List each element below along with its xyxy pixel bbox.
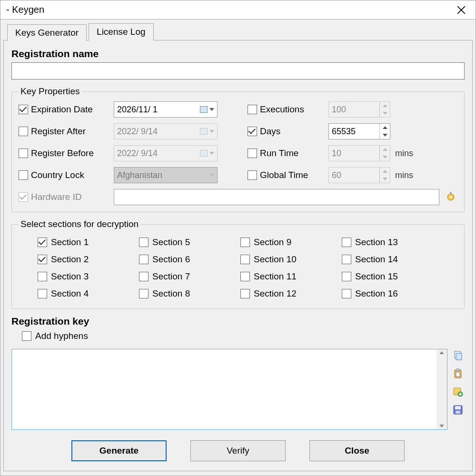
group-sections: Select sections for decryption Section 1… <box>11 219 465 309</box>
checkbox-register-before[interactable] <box>19 149 28 158</box>
close-button[interactable]: Close <box>309 440 405 461</box>
checkbox-section[interactable] <box>139 289 149 298</box>
checkbox-section[interactable] <box>139 238 149 247</box>
titlebar: - Keygen <box>0 0 476 20</box>
window: - Keygen Keys Generator License Log Regi… <box>0 0 476 476</box>
sections-legend: Select sections for decryption <box>19 219 140 229</box>
datepicker-expiration-date[interactable]: 2026/11/ 1 <box>114 101 218 118</box>
chevron-down-icon <box>209 108 214 111</box>
label-section: Section 1 <box>51 237 89 248</box>
footer: Generate Verify Close <box>11 432 465 463</box>
chevron-down-icon <box>209 174 214 177</box>
label-run-time: Run Time <box>260 148 298 159</box>
spinner-run-time[interactable]: 10 <box>328 145 390 161</box>
paste-button[interactable] <box>451 367 465 380</box>
checkbox-section[interactable] <box>342 272 351 281</box>
checkbox-add-hyphens[interactable] <box>22 331 31 341</box>
generate-button[interactable]: Generate <box>71 440 167 461</box>
datepicker-register-before: 2022/ 9/14 <box>114 145 218 161</box>
row-executions: Executions 100 <box>248 101 457 118</box>
section-item: Section 9 <box>240 237 337 248</box>
checkbox-hardware-id <box>19 192 28 202</box>
section-item: Section 13 <box>342 237 438 248</box>
hardware-id-tool-button[interactable] <box>444 190 457 204</box>
row-country-lock: Country Lock Afghanistan <box>19 167 228 183</box>
svg-rect-13 <box>459 394 462 395</box>
svg-rect-15 <box>455 406 461 409</box>
checkbox-section[interactable] <box>240 238 250 247</box>
label-section: Section 14 <box>355 254 398 265</box>
checkbox-country-lock[interactable] <box>19 170 28 180</box>
window-close-button[interactable] <box>451 3 472 17</box>
label-expiration-date: Expiration Date <box>31 104 93 115</box>
scrollbar[interactable] <box>436 349 447 429</box>
save-button[interactable] <box>451 403 465 416</box>
section-item: Section 14 <box>342 254 438 265</box>
checkbox-section[interactable] <box>38 238 47 247</box>
checkbox-section[interactable] <box>38 289 47 298</box>
save-icon <box>453 405 463 415</box>
input-hardware-id[interactable] <box>114 189 439 205</box>
label-section: Section 8 <box>152 288 190 299</box>
label-section: Section 10 <box>254 254 297 265</box>
label-section: Section 9 <box>254 237 291 248</box>
tab-keys-generator[interactable]: Keys Generator <box>7 24 87 41</box>
spinner-executions[interactable]: 100 <box>328 101 390 118</box>
window-title: - Keygen <box>4 4 44 15</box>
calendar-icon <box>200 106 208 113</box>
section-item: Section 10 <box>240 254 337 265</box>
calendar-icon <box>200 128 208 135</box>
checkbox-section[interactable] <box>240 255 250 264</box>
section-item: Section 1 <box>38 237 134 248</box>
verify-button[interactable]: Verify <box>190 440 286 461</box>
registration-key-heading: Registration key <box>11 316 465 327</box>
checkbox-section[interactable] <box>139 272 149 281</box>
checkbox-section[interactable] <box>38 255 47 264</box>
label-executions: Executions <box>260 104 304 115</box>
checkbox-run-time[interactable] <box>248 149 257 158</box>
row-expiration-date: Expiration Date 2026/11/ 1 <box>19 101 228 118</box>
label-section: Section 4 <box>51 288 89 299</box>
tabstrip: Keys Generator License Log <box>3 21 473 40</box>
svg-rect-16 <box>456 411 460 414</box>
checkbox-expiration-date[interactable] <box>19 105 28 114</box>
checkbox-section[interactable] <box>342 238 351 247</box>
registration-name-input[interactable] <box>11 62 465 79</box>
add-button[interactable] <box>451 385 465 398</box>
registration-key-textarea[interactable] <box>11 349 447 430</box>
checkbox-section[interactable] <box>240 289 250 298</box>
checkbox-executions[interactable] <box>248 105 257 114</box>
chevron-down-icon <box>209 130 214 133</box>
datepicker-register-after: 2022/ 9/14 <box>114 123 218 139</box>
registration-name-heading: Registration name <box>11 48 465 60</box>
tabpage-keys-generator: Registration name Key Properties Expirat… <box>3 40 473 471</box>
checkbox-section[interactable] <box>38 272 47 281</box>
copy-button[interactable] <box>451 349 465 362</box>
label-section: Section 11 <box>254 271 297 282</box>
label-section: Section 5 <box>152 237 190 248</box>
label-hardware-id: Hardware ID <box>31 192 82 202</box>
section-item: Section 12 <box>240 288 337 299</box>
svg-rect-9 <box>456 372 460 377</box>
checkbox-section[interactable] <box>342 255 351 264</box>
spinner-global-time[interactable]: 60 <box>328 167 390 183</box>
group-key-properties: Key Properties Expiration Date 2026/11/ … <box>11 86 465 212</box>
row-global-time: Global Time 60 mins <box>248 167 457 183</box>
row-register-before: Register Before 2022/ 9/14 <box>19 145 228 161</box>
combo-country-lock: Afghanistan <box>114 167 218 183</box>
label-section: Section 12 <box>254 288 297 299</box>
row-days: Days 65535 <box>248 123 457 139</box>
spinner-days[interactable]: 65535 <box>328 123 390 139</box>
checkbox-register-after[interactable] <box>19 127 28 136</box>
checkbox-section[interactable] <box>240 272 250 281</box>
svg-point-3 <box>450 196 452 198</box>
checkbox-global-time[interactable] <box>248 170 257 180</box>
checkbox-section[interactable] <box>139 255 149 264</box>
checkbox-section[interactable] <box>342 289 351 298</box>
checkbox-days[interactable] <box>248 127 257 136</box>
label-days: Days <box>260 126 280 137</box>
tab-license-log[interactable]: License Log <box>89 23 153 40</box>
row-add-hyphens: Add hyphens <box>22 331 465 341</box>
label-section: Section 2 <box>51 254 89 265</box>
section-item: Section 16 <box>342 288 438 299</box>
